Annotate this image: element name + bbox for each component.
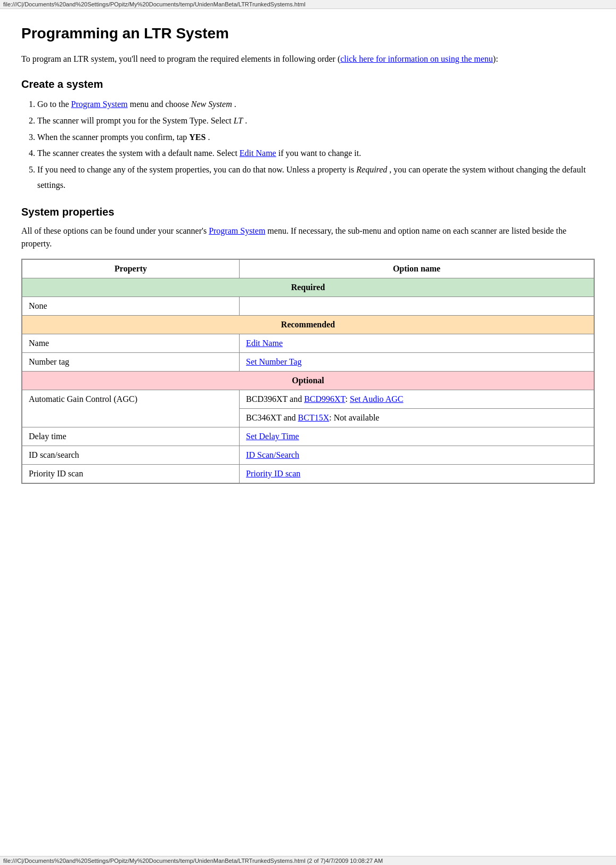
- table-row: None: [22, 296, 594, 315]
- page-title: Programming an LTR System: [21, 25, 595, 42]
- name-property: Name: [22, 334, 240, 352]
- number-tag-option: Set Number Tag: [240, 352, 594, 371]
- priority-id-scan-property: Priority ID scan: [22, 464, 240, 483]
- delay-time-property: Delay time: [22, 427, 240, 446]
- properties-table-container: Property Option name Required None Recom…: [21, 259, 595, 484]
- intro-link[interactable]: click here for information on using the …: [340, 54, 493, 63]
- optional-label: Optional: [22, 371, 594, 390]
- required-label: Required: [22, 278, 594, 296]
- name-option: Edit Name: [240, 334, 594, 352]
- priority-id-scan-option: Priority ID scan: [240, 464, 594, 483]
- id-scan-option: ID Scan/Search: [240, 446, 594, 464]
- program-system-link-2[interactable]: Program System: [209, 226, 265, 235]
- col-option-header: Option name: [240, 259, 594, 278]
- recommended-section-row: Recommended: [22, 315, 594, 334]
- section2-title: System properties: [21, 206, 595, 218]
- bct15x-link[interactable]: BCT15X: [298, 413, 330, 422]
- intro-text: To program an LTR system, you'll need to…: [21, 54, 340, 63]
- none-option: [240, 296, 594, 315]
- id-scan-search-link[interactable]: ID Scan/Search: [246, 450, 299, 459]
- recommended-label: Recommended: [22, 315, 594, 334]
- set-number-tag-link[interactable]: Set Number Tag: [246, 357, 301, 366]
- table-row: Automatic Gain Control (AGC) BCD396XT an…: [22, 390, 594, 408]
- step-1: Go to the Program System menu and choose…: [37, 97, 595, 112]
- priority-id-scan-link[interactable]: Priority ID scan: [246, 469, 300, 478]
- edit-name-link-1[interactable]: Edit Name: [240, 149, 276, 158]
- main-content: Programming an LTR System To program an …: [0, 9, 616, 524]
- top-bar-text: file:///C|/Documents%20and%20Settings/PO…: [3, 1, 306, 7]
- optional-section-row: Optional: [22, 371, 594, 390]
- step-5: If you need to change any of the system …: [37, 162, 595, 193]
- system-props-intro: All of these options can be found under …: [21, 225, 595, 250]
- edit-name-link-2[interactable]: Edit Name: [246, 339, 283, 348]
- agc-property: Automatic Gain Control (AGC): [22, 390, 240, 427]
- properties-table: Property Option name Required None Recom…: [22, 259, 594, 483]
- agc-option-1: BCD396XT and BCD996XT: Set Audio AGC: [240, 390, 594, 408]
- number-tag-property: Number tag: [22, 352, 240, 371]
- step-4: The scanner creates the system with a de…: [37, 146, 595, 161]
- steps-list: Go to the Program System menu and choose…: [37, 97, 595, 193]
- set-delay-time-link[interactable]: Set Delay Time: [246, 432, 299, 441]
- delay-time-option: Set Delay Time: [240, 427, 594, 446]
- table-row: Name Edit Name: [22, 334, 594, 352]
- step-2: The scanner will prompt you for the Syst…: [37, 113, 595, 129]
- table-header-row: Property Option name: [22, 259, 594, 278]
- bcd996xt-link[interactable]: BCD996XT: [304, 394, 345, 403]
- set-audio-agc-link[interactable]: Set Audio AGC: [350, 394, 403, 403]
- table-row: Delay time Set Delay Time: [22, 427, 594, 446]
- section1-title: Create a system: [21, 78, 595, 90]
- intro-end: ):: [493, 54, 498, 63]
- table-row: Number tag Set Number Tag: [22, 352, 594, 371]
- top-bar: file:///C|/Documents%20and%20Settings/PO…: [0, 0, 616, 9]
- agc-option-2: BC346XT and BCT15X: Not available: [240, 408, 594, 427]
- id-scan-property: ID scan/search: [22, 446, 240, 464]
- intro-paragraph: To program an LTR system, you'll need to…: [21, 53, 595, 65]
- program-system-link-1[interactable]: Program System: [71, 100, 128, 109]
- required-section-row: Required: [22, 278, 594, 296]
- table-row: Priority ID scan Priority ID scan: [22, 464, 594, 483]
- none-property: None: [22, 296, 240, 315]
- step-3: When the scanner prompts you confirm, ta…: [37, 130, 595, 145]
- col-property-header: Property: [22, 259, 240, 278]
- table-row: ID scan/search ID Scan/Search: [22, 446, 594, 464]
